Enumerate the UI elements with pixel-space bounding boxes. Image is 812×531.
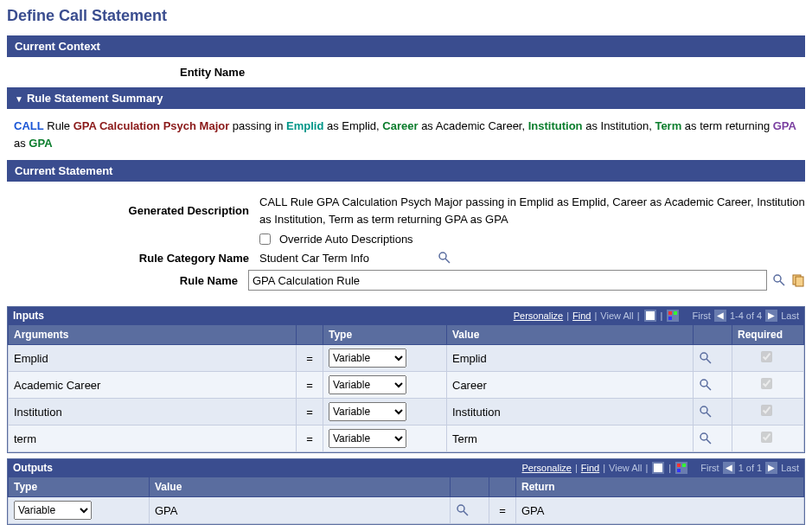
required-checkbox: [761, 351, 772, 362]
svg-line-15: [707, 386, 711, 390]
svg-point-0: [439, 253, 446, 259]
svg-line-1: [445, 259, 450, 263]
table-row: Emplid=VariableEmplid: [9, 345, 804, 372]
rule-name-input[interactable]: [248, 270, 767, 291]
rule-category-lookup-icon[interactable]: [438, 251, 451, 265]
outputs-first: First: [700, 463, 719, 473]
current-context-header: Current Context: [7, 35, 805, 57]
outputs-prev-icon[interactable]: ◀: [723, 462, 735, 474]
inputs-zoom-icon[interactable]: [643, 309, 657, 323]
input-value: Career: [447, 372, 694, 399]
outputs-col-return: Return: [516, 477, 804, 497]
rule-category-value: Student Car Term Info: [259, 252, 432, 265]
outputs-download-icon[interactable]: [675, 461, 688, 475]
svg-line-17: [707, 413, 711, 417]
outputs-range: 1 of 1: [738, 463, 763, 473]
output-type-select[interactable]: Variable: [14, 501, 92, 520]
svg-rect-25: [677, 469, 681, 472]
svg-rect-7: [646, 311, 655, 320]
equals-sign: =: [297, 345, 323, 372]
inputs-find-link[interactable]: Find: [572, 310, 591, 321]
lookup-icon[interactable]: [699, 378, 726, 392]
inputs-col-required: Required: [732, 325, 804, 345]
inputs-prev-icon[interactable]: ◀: [714, 310, 726, 322]
rule-summary-text: CALL Rule GPA Calculation Psych Major pa…: [7, 109, 805, 160]
svg-line-3: [780, 281, 784, 285]
input-argument: term: [9, 425, 297, 452]
input-argument: Academic Career: [9, 372, 297, 399]
svg-rect-5: [796, 277, 803, 286]
inputs-download-icon[interactable]: [666, 309, 680, 323]
input-value: Term: [447, 425, 694, 452]
output-value: GPA: [150, 497, 451, 524]
inputs-personalize-link[interactable]: Personalize: [514, 310, 563, 321]
inputs-last: Last: [781, 310, 799, 321]
required-checkbox: [761, 378, 772, 389]
table-row: VariableGPA=GPA: [9, 497, 804, 524]
svg-rect-11: [668, 317, 672, 320]
outputs-zoom-icon[interactable]: [651, 461, 665, 475]
svg-point-12: [700, 353, 707, 360]
svg-rect-23: [677, 464, 681, 467]
svg-line-27: [464, 511, 468, 515]
svg-point-14: [700, 380, 707, 387]
inputs-range: 1-4 of 4: [730, 310, 762, 321]
outputs-col-value: Value: [150, 477, 451, 497]
output-return: GPA: [516, 497, 804, 524]
input-argument: Emplid: [9, 345, 297, 372]
outputs-personalize-link[interactable]: Personalize: [522, 463, 572, 473]
svg-point-2: [774, 275, 781, 282]
equals-sign: =: [297, 425, 323, 452]
rule-category-label: Rule Category Name: [7, 252, 259, 265]
rule-name-detail-icon[interactable]: [791, 273, 805, 287]
override-auto-desc-label: Override Auto Descriptions: [279, 233, 413, 246]
rule-summary-header-text: Rule Statement Summary: [27, 92, 163, 105]
override-auto-desc-checkbox[interactable]: [259, 234, 271, 245]
generated-desc-value: CALL Rule GPA Calculation Psych Major pa…: [259, 194, 805, 227]
inputs-grid: Inputs Personalize | Find | View All | |…: [7, 306, 805, 453]
table-row: term=VariableTerm: [9, 425, 804, 452]
page-title: Define Call Statement: [7, 7, 805, 25]
entity-name-label: Entity Name: [7, 57, 805, 87]
inputs-next-icon[interactable]: ▶: [765, 310, 777, 322]
input-argument: Institution: [9, 399, 297, 425]
inputs-first: First: [693, 310, 711, 321]
input-type-select[interactable]: Variable: [329, 429, 406, 448]
svg-point-16: [700, 406, 707, 413]
collapse-icon[interactable]: ▼: [15, 94, 23, 104]
lookup-icon[interactable]: [699, 405, 726, 419]
svg-point-26: [457, 505, 464, 512]
outputs-last: Last: [781, 463, 799, 473]
outputs-viewall: View All: [609, 463, 642, 473]
outputs-col-type: Type: [9, 477, 150, 497]
inputs-col-type: Type: [323, 325, 447, 345]
input-value: Institution: [447, 399, 694, 425]
equals-sign: =: [489, 497, 516, 524]
svg-rect-9: [668, 311, 672, 315]
lookup-icon[interactable]: [456, 503, 483, 517]
inputs-viewall: View All: [600, 310, 633, 321]
input-type-select[interactable]: Variable: [329, 375, 406, 394]
rule-summary-header[interactable]: ▼Rule Statement Summary: [7, 87, 805, 109]
inputs-title: Inputs: [13, 310, 44, 322]
rule-name-lookup-icon[interactable]: [772, 273, 786, 287]
outputs-grid: Outputs Personalize | Find | View All | …: [7, 458, 805, 525]
generated-desc-label: Generated Description: [7, 204, 259, 217]
svg-rect-10: [674, 311, 677, 315]
required-checkbox: [761, 432, 772, 443]
svg-line-13: [707, 359, 711, 363]
input-type-select[interactable]: Variable: [329, 402, 406, 421]
outputs-find-link[interactable]: Find: [581, 463, 599, 473]
inputs-col-arguments: Arguments: [9, 325, 297, 345]
input-type-select[interactable]: Variable: [329, 349, 406, 368]
svg-rect-21: [654, 464, 662, 472]
required-checkbox: [761, 405, 772, 416]
lookup-icon[interactable]: [699, 432, 726, 445]
inputs-col-value: Value: [447, 325, 694, 345]
lookup-icon[interactable]: [699, 351, 726, 365]
equals-sign: =: [297, 399, 323, 425]
outputs-next-icon[interactable]: ▶: [765, 462, 777, 474]
table-row: Academic Career=VariableCareer: [9, 372, 804, 399]
outputs-title: Outputs: [13, 462, 53, 474]
rule-name-label: Rule Name: [7, 274, 248, 287]
